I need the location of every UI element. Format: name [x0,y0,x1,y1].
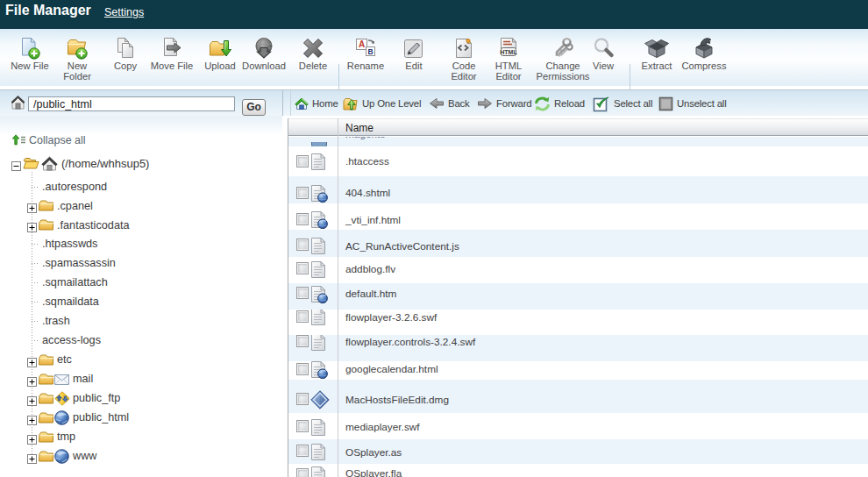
svg-text:B: B [367,47,373,56]
svg-text:HTML: HTML [500,49,517,55]
svg-text:A: A [359,39,365,49]
